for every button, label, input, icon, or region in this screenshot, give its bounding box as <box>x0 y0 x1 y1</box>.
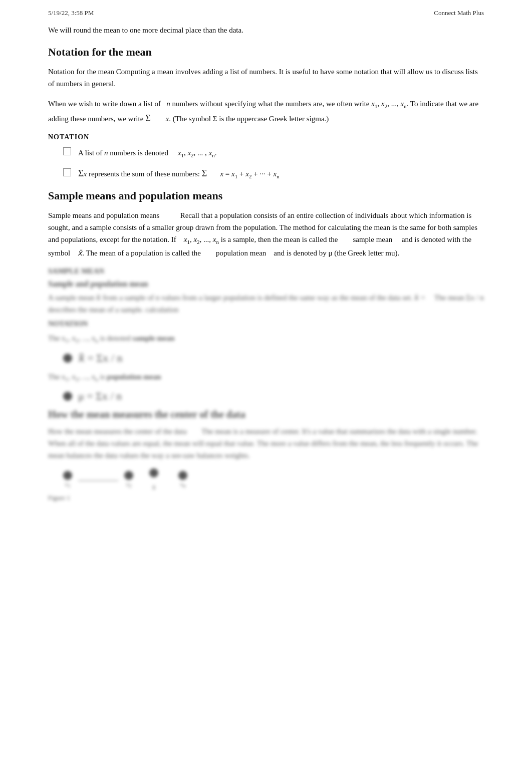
blurred-xbar-formula: x̄ = Σx / n <box>78 352 122 365</box>
dot-item-1: x1 <box>63 471 72 488</box>
header-app: Connect Math Plus <box>434 9 484 17</box>
notation-label: NOTATION <box>48 133 484 141</box>
blurred-section-title2: How the mean measures the center of the … <box>48 409 245 420</box>
notation-item-2-text: Σx represents the sum of these numbers: … <box>78 168 280 179</box>
dot-item-3: x̄ <box>149 468 158 491</box>
blurred-notation-text1: The x1, x2, ..., xn is denoted sample me… <box>48 332 484 346</box>
intro-text: We will round the mean to one more decim… <box>48 26 484 35</box>
notation-item-2: Σx represents the sum of these numbers: … <box>63 167 484 179</box>
dot-item-2: x2 <box>124 471 133 488</box>
blurred-formula-mu: μ = Σx / n <box>63 390 484 403</box>
blurred-section-title1: SAMPLE MEAN <box>48 267 484 276</box>
blurred-body2: How the mean measures the center of the … <box>48 425 484 461</box>
header-bar: 5/19/22, 3:58 PM Connect Math Plus <box>48 9 484 17</box>
blurred-circle-2 <box>63 392 72 401</box>
notation-item-1-text: A list of n numbers is denoted x1, x2, .… <box>78 149 217 158</box>
section2-title: Sample means and population means <box>48 189 484 202</box>
section1-desc1: Notation for the mean Computing a mean i… <box>48 66 484 90</box>
blurred-notation-text2: The x1, x2, ..., xn is population mean <box>48 371 484 384</box>
blurred-circle-1 <box>63 354 72 363</box>
notation-bullet-2 <box>63 168 71 176</box>
notation-bullet-1 <box>63 147 71 155</box>
page-container: 5/19/22, 3:58 PM Connect Math Plus We wi… <box>48 0 484 522</box>
blurred-area: SAMPLE MEAN Sample and population mean A… <box>48 267 484 502</box>
blurred-body1: A sample mean x̄ from a sample of n valu… <box>48 292 484 316</box>
blurred-mu-formula: μ = Σx / n <box>78 390 122 403</box>
section1-desc2: When we wish to write down a list of n n… <box>48 98 484 125</box>
section1-title: Notation for the mean <box>48 46 484 59</box>
dot-item-4: xn <box>178 471 187 488</box>
blurred-formula-xbar: x̄ = Σx / n <box>63 352 484 365</box>
blurred-notation-label1: NOTATION <box>48 320 484 328</box>
section2-desc: Sample means and population means Recall… <box>48 209 484 259</box>
blurred-footer: Figure 1 <box>48 494 484 502</box>
notation-item-1: A list of n numbers is denoted x1, x2, .… <box>63 146 484 158</box>
blurred-dot-row: x1 ————— x2 x̄ xn <box>63 468 484 491</box>
notation-block: A list of n numbers is denoted x1, x2, .… <box>63 146 484 179</box>
blurred-subheading1: Sample and population mean <box>48 280 484 289</box>
header-date: 5/19/22, 3:58 PM <box>48 9 94 17</box>
